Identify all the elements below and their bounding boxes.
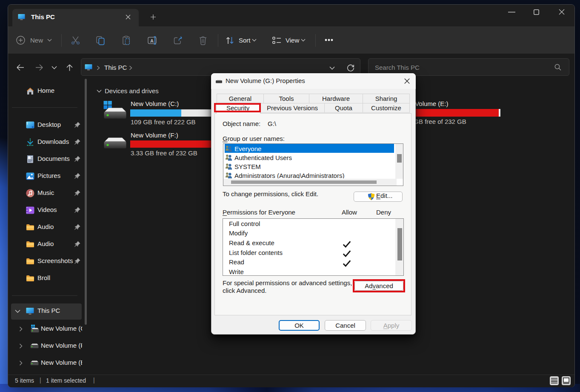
svg-text:A: A bbox=[150, 38, 154, 43]
